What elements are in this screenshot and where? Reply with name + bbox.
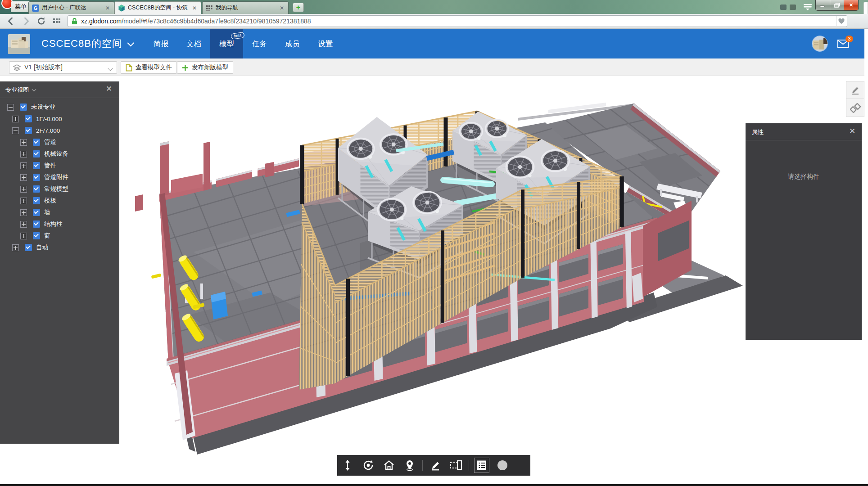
tree-expander-icon[interactable] <box>20 151 27 158</box>
tree-label: 2F/7.000 <box>36 127 60 134</box>
tree-expander-icon[interactable] <box>12 127 19 134</box>
forward-button[interactable] <box>22 17 31 26</box>
nav-documents[interactable]: 文档 <box>177 29 210 58</box>
publish-model-button[interactable]: 发布新版模型 <box>177 61 233 74</box>
tree-expander-icon[interactable] <box>20 139 27 146</box>
properties-panel-close-icon[interactable]: ✕ <box>848 127 856 135</box>
apps-grid-icon[interactable] <box>52 17 61 26</box>
tree-expander-icon[interactable] <box>20 186 27 193</box>
layers-panel-close-icon[interactable]: ✕ <box>105 85 113 93</box>
tree-checkbox[interactable] <box>33 185 40 193</box>
tree-checkbox[interactable] <box>33 174 40 181</box>
viewer-tool-section-box[interactable] <box>446 455 466 476</box>
viewer-bottom-toolbar <box>337 455 530 476</box>
notifications-mail-icon[interactable]: 3 <box>837 40 849 48</box>
tree-label: 管件 <box>44 162 56 170</box>
tree-row-未设专业[interactable]: 未设专业 <box>0 101 119 113</box>
tree-expander-icon[interactable] <box>20 221 27 228</box>
browser-plugin-icons[interactable] <box>780 4 798 10</box>
browser-menu-button[interactable]: 菜单 <box>11 1 31 12</box>
tree-expander-icon[interactable] <box>12 244 19 251</box>
tree-row-常规模型[interactable]: 常规模型 <box>0 183 119 195</box>
tree-expander-icon[interactable] <box>7 104 14 111</box>
tree-checkbox[interactable] <box>25 244 32 251</box>
tree-checkbox[interactable] <box>33 232 40 239</box>
tree-expander-icon[interactable] <box>20 198 27 204</box>
tree-row-管件[interactable]: 管件 <box>0 160 119 171</box>
viewer-tool-record-circle[interactable] <box>492 455 513 476</box>
tree-checkbox[interactable] <box>25 115 32 122</box>
tree-label: 楼板 <box>44 197 56 205</box>
user-avatar[interactable] <box>812 36 828 52</box>
browser-skin-menu-icon[interactable] <box>803 4 814 11</box>
back-button[interactable] <box>6 17 15 26</box>
tree-checkbox[interactable] <box>33 139 40 146</box>
viewer-tool-orbit[interactable] <box>358 455 379 476</box>
window-close-button[interactable]: ✕ <box>844 0 858 10</box>
tree-row-窗[interactable]: 窗 <box>0 230 119 242</box>
viewer-tool-elevation[interactable] <box>337 455 358 476</box>
window-minimize-button[interactable] <box>816 0 830 10</box>
window-bottom-border <box>0 484 868 486</box>
tree-expander-icon[interactable] <box>12 116 19 122</box>
model-viewport[interactable]: 专业视图 ✕ 未设专业1F/-0.0002F/7.000管道机械设备管件管道附件… <box>0 76 868 486</box>
tree-label: 管道附件 <box>44 173 68 181</box>
viewer-tool-component-list[interactable] <box>471 455 492 476</box>
nav-members[interactable]: 成员 <box>276 29 309 58</box>
tree-checkbox[interactable] <box>33 197 40 204</box>
tree-expander-icon[interactable] <box>20 233 27 239</box>
space-title[interactable]: CSCEC8B的空间 <box>41 37 132 50</box>
browser-tab-3[interactable]: 我的导航✕ <box>202 1 289 14</box>
nav-briefing[interactable]: 简报 <box>145 29 177 58</box>
nav-tasks[interactable]: 任务 <box>243 29 276 58</box>
browser-tab-2[interactable]: CSCEC8B的空间 - 协筑✕ <box>114 1 201 14</box>
bim-3d-model[interactable] <box>0 76 868 486</box>
tree-row-楼板[interactable]: 楼板 <box>0 195 119 207</box>
tree-expander-icon[interactable] <box>20 209 27 216</box>
tree-label: 自动 <box>36 243 48 252</box>
reload-button[interactable] <box>37 17 46 26</box>
model-toolbar: V1 [初始版本] 查看模型文件 发布新版模型 <box>0 58 864 76</box>
url-field[interactable]: xz.glodon.com/model/#!/e73c8c46c9bb4d60a… <box>68 15 847 27</box>
view-model-file-button[interactable]: 查看模型文件 <box>121 61 177 74</box>
https-lock-icon <box>72 18 77 25</box>
tree-checkbox[interactable] <box>33 162 40 169</box>
nav-label: 简报 <box>154 40 168 48</box>
tree-expander-icon[interactable] <box>20 162 27 169</box>
tab-close-icon[interactable]: ✕ <box>191 5 198 11</box>
nav-label: 任务 <box>252 40 267 48</box>
tree-checkbox[interactable] <box>20 104 27 111</box>
tree-row-管道附件[interactable]: 管道附件 <box>0 171 119 183</box>
tree-row-管道[interactable]: 管道 <box>0 136 119 148</box>
nav-settings[interactable]: 设置 <box>309 29 342 58</box>
nav-model[interactable]: 模型beta <box>210 29 243 58</box>
layers-panel-caret-icon[interactable] <box>32 87 36 92</box>
favorite-heart-icon[interactable] <box>836 16 846 26</box>
viewer-tool-markup-pencil[interactable] <box>425 455 446 476</box>
window-restore-button[interactable] <box>830 0 845 10</box>
tree-row-结构柱[interactable]: 结构柱 <box>0 218 119 230</box>
tree-row-墙[interactable]: 墙 <box>0 207 119 218</box>
app-header: CSCEC8B的空间 简报文档模型beta任务成员设置 3 <box>0 29 864 58</box>
tree-row-机械设备[interactable]: 机械设备 <box>0 148 119 160</box>
version-label: V1 [初始版本] <box>24 63 63 72</box>
tree-checkbox[interactable] <box>33 209 40 216</box>
viewer-tool-walk-pin[interactable] <box>399 455 420 476</box>
tree-checkbox[interactable] <box>25 127 32 134</box>
tab-close-icon[interactable]: ✕ <box>279 5 285 11</box>
tree-row-2F/7.000[interactable]: 2F/7.000 <box>0 125 119 136</box>
tab-close-icon[interactable]: ✕ <box>104 5 111 11</box>
space-logo-thumbnail[interactable] <box>8 34 30 54</box>
tree-row-1F/-0.000[interactable]: 1F/-0.000 <box>0 113 119 125</box>
browser-tab-1[interactable]: G用户中心 - 广联达✕ <box>28 1 114 14</box>
layers-panel: 专业视图 ✕ 未设专业1F/-0.0002F/7.000管道机械设备管件管道附件… <box>0 81 119 444</box>
version-select[interactable]: V1 [初始版本] <box>9 61 117 74</box>
markup-edit-button[interactable] <box>846 81 864 99</box>
new-tab-button[interactable]: + <box>293 3 304 12</box>
tree-checkbox[interactable] <box>33 220 40 228</box>
tree-row-自动[interactable]: 自动 <box>0 242 119 253</box>
share-link-button[interactable] <box>846 99 864 117</box>
viewer-tool-home[interactable] <box>379 455 399 476</box>
tree-expander-icon[interactable] <box>20 174 27 181</box>
tree-checkbox[interactable] <box>33 150 40 158</box>
